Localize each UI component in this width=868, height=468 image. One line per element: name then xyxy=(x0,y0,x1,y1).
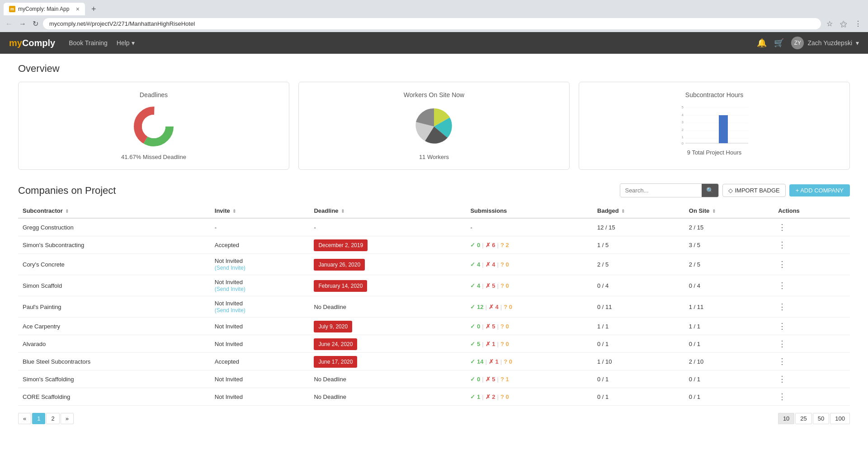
page-size-25[interactable]: 25 xyxy=(795,413,811,424)
cell-deadline: January 26, 2020 xyxy=(309,254,466,275)
send-invite-link[interactable]: (Send Invite) xyxy=(215,307,245,314)
brand-logo[interactable]: myComply xyxy=(9,38,55,48)
new-tab-button[interactable]: + xyxy=(89,4,99,15)
send-invite-link[interactable]: (Send Invite) xyxy=(215,265,245,271)
col-invite[interactable]: Invite ⇕ xyxy=(210,204,310,218)
cell-actions: ⋮ xyxy=(774,218,850,236)
actions-menu-button[interactable]: ⋮ xyxy=(778,281,786,290)
import-badge-button[interactable]: ◇ IMPORT BADGE xyxy=(722,184,785,197)
page-1-button[interactable]: 1 xyxy=(32,413,45,424)
cell-badged: 1 / 10 xyxy=(593,353,684,370)
actions-menu-button[interactable]: ⋮ xyxy=(778,259,786,269)
forward-button[interactable]: → xyxy=(17,19,28,29)
back-button[interactable]: ← xyxy=(4,19,14,29)
nav-right: 🔔 🛒 ZY Zach Yuzdepski ▾ xyxy=(757,37,859,49)
col-subcontractor[interactable]: Subcontractor ⇕ xyxy=(18,204,210,218)
accepted-label: Accepted xyxy=(210,353,310,370)
table-row: AlvaradoNot InvitedJune 24, 2020✓ 5 | ✗ … xyxy=(18,335,850,353)
cell-on-site: 2 / 15 xyxy=(684,218,774,236)
deadlines-card-title: Deadlines xyxy=(28,91,280,98)
pagination-row: « 1 2 » 10 25 50 100 xyxy=(18,413,850,424)
separator: | xyxy=(497,242,499,248)
cell-on-site: 2 / 5 xyxy=(684,254,774,275)
address-input[interactable] xyxy=(43,18,821,29)
actions-menu-button[interactable]: ⋮ xyxy=(778,392,786,402)
actions-menu-button[interactable]: ⋮ xyxy=(778,321,786,331)
not-invited-label: Not Invited xyxy=(215,257,243,264)
cell-deadline: No Deadline xyxy=(309,296,466,318)
companies-header: Companies on Project 🔍 ◇ IMPORT BADGE + … xyxy=(18,183,850,197)
cell-badged: 1 / 1 xyxy=(593,318,684,335)
notifications-icon[interactable]: 🔔 xyxy=(757,38,767,48)
cell-submissions: ✓ 14 | ✗ 1 | ? 0 xyxy=(466,353,593,370)
cell-subcontractor: Simon's Subcontracting xyxy=(18,236,210,254)
search-input[interactable] xyxy=(620,184,702,197)
overview-title: Overview xyxy=(18,63,850,75)
table-row: Ace CarpentryNot InvitedJuly 9, 2020✓ 0 … xyxy=(18,318,850,335)
separator: | xyxy=(497,261,499,268)
page-size-100[interactable]: 100 xyxy=(830,413,850,424)
actions-menu-button[interactable]: ⋮ xyxy=(778,339,786,349)
cell-actions: ⋮ xyxy=(774,388,850,406)
table-row: Simon ScaffoldNot Invited(Send Invite)Fe… xyxy=(18,275,850,296)
cell-submissions: ✓ 4 | ✗ 5 | ? 0 xyxy=(466,275,593,296)
cell-invite: Not Invited(Send Invite) xyxy=(210,296,310,318)
menu-button[interactable]: ⋮ xyxy=(852,19,864,29)
page-2-button[interactable]: 2 xyxy=(46,413,59,424)
separator: | xyxy=(486,358,487,365)
actions-menu-button[interactable]: ⋮ xyxy=(778,356,786,366)
cell-actions: ⋮ xyxy=(774,318,850,335)
actions-menu-button[interactable]: ⋮ xyxy=(778,374,786,384)
book-training-link[interactable]: Book Training xyxy=(69,39,108,47)
tab-close-button[interactable]: × xyxy=(76,5,80,13)
sort-icon-badged: ⇕ xyxy=(621,209,625,214)
svg-rect-15 xyxy=(719,115,728,143)
browser-tab[interactable]: m myComply: Main App × xyxy=(4,3,85,15)
deadline-badge: January 26, 2020 xyxy=(314,259,365,271)
actions-menu-button[interactable]: ⋮ xyxy=(778,302,786,312)
sub-x: ✗ 4 xyxy=(486,261,495,268)
actions-menu-button[interactable]: ⋮ xyxy=(778,222,786,232)
col-badged[interactable]: Badged ⇕ xyxy=(593,204,684,218)
user-avatar: ZY xyxy=(791,37,804,49)
add-company-button[interactable]: + ADD COMPANY xyxy=(789,184,850,197)
overview-cards: Deadlines 41.67% Missed Deadline Workers… xyxy=(18,82,850,170)
cell-on-site: 0 / 1 xyxy=(684,388,774,406)
cell-subcontractor: Simon's Scaffolding xyxy=(18,370,210,388)
separator: | xyxy=(497,323,499,330)
cell-submissions: ✓ 1 | ✗ 2 | ? 0 xyxy=(466,388,593,406)
svg-text:5: 5 xyxy=(682,105,684,109)
help-link[interactable]: Help ▾ xyxy=(117,39,135,47)
cell-badged: 0 / 1 xyxy=(593,370,684,388)
search-button[interactable]: 🔍 xyxy=(702,184,718,197)
prev-page-button[interactable]: « xyxy=(18,413,31,424)
user-menu[interactable]: ZY Zach Yuzdepski ▾ xyxy=(791,37,859,49)
separator: | xyxy=(482,376,483,383)
cell-deadline: July 9, 2020 xyxy=(309,318,466,335)
reload-button[interactable]: ↻ xyxy=(31,19,40,29)
sub-q: ? 0 xyxy=(500,323,509,330)
page-size-10[interactable]: 10 xyxy=(778,413,794,424)
cell-subcontractor: Gregg Construction xyxy=(18,218,210,236)
cell-invite: Not Invited(Send Invite) xyxy=(210,254,310,275)
brand-comply: Comply xyxy=(22,38,55,48)
bookmark-button[interactable]: ☆ xyxy=(824,19,835,29)
next-page-button[interactable]: » xyxy=(61,413,74,424)
cell-badged: 1 / 5 xyxy=(593,236,684,254)
svg-text:4: 4 xyxy=(682,113,684,117)
svg-point-2 xyxy=(142,115,165,138)
cell-submissions: ✓ 0 | ✗ 5 | ? 0 xyxy=(466,318,593,335)
tab-favicon: m xyxy=(9,6,15,12)
table-row: Cory's ConcreteNot Invited(Send Invite)J… xyxy=(18,254,850,275)
table-row: Blue Steel SubcontractorsAcceptedJune 17… xyxy=(18,353,850,370)
cart-icon[interactable]: 🛒 xyxy=(774,38,784,48)
add-company-label: + ADD COMPANY xyxy=(796,187,844,194)
col-on-site[interactable]: On Site ⇕ xyxy=(684,204,774,218)
page-size-50[interactable]: 50 xyxy=(813,413,829,424)
extensions-button[interactable]: ⚝ xyxy=(837,19,850,29)
cell-subcontractor: Simon Scaffold xyxy=(18,275,210,296)
actions-menu-button[interactable]: ⋮ xyxy=(778,240,786,250)
send-invite-link[interactable]: (Send Invite) xyxy=(215,286,245,292)
col-deadline[interactable]: Deadline ⇕ xyxy=(309,204,466,218)
not-invited-label: Not Invited xyxy=(215,376,243,383)
